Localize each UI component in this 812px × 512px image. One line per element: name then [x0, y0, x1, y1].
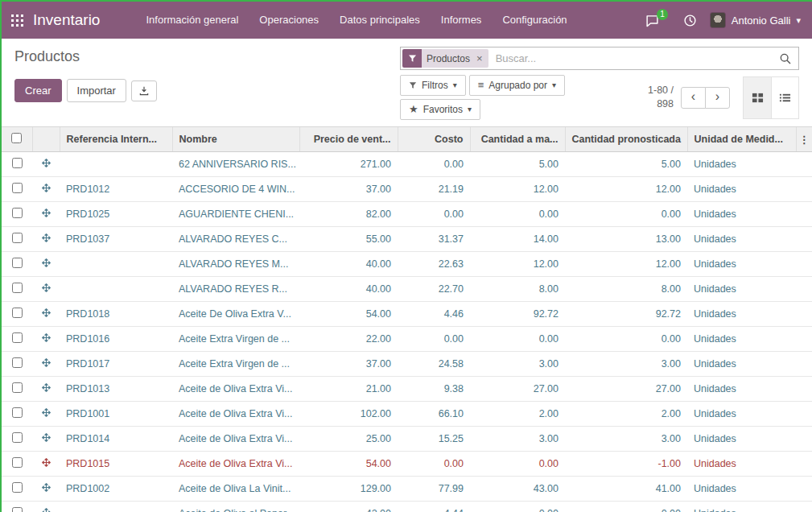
drag-handle[interactable]	[32, 327, 60, 352]
cell-forecast[interactable]: 0.00	[565, 502, 687, 512]
cell-forecast[interactable]: 0.00	[565, 202, 687, 227]
cell-forecast[interactable]: 0.00	[565, 327, 687, 352]
cell-qty-on-hand[interactable]: 12.00	[470, 252, 565, 277]
cell-forecast[interactable]: -1.00	[565, 452, 687, 477]
cell-forecast[interactable]: 27.00	[565, 377, 687, 402]
table-row[interactable]: ALVARADO REYES M... 40.00 22.63 12.00 12…	[2, 252, 812, 277]
favorites-dropdown[interactable]: ★ Favoritos ▾	[400, 99, 480, 120]
create-button[interactable]: Crear	[14, 79, 62, 102]
cell-price[interactable]: 22.00	[299, 327, 398, 352]
cell-reference[interactable]: PRD1025	[60, 202, 172, 227]
column-header-nombre[interactable]: Nombre	[172, 127, 299, 152]
cell-uom[interactable]: Unidades	[687, 177, 796, 202]
cell-reference[interactable]: PRD1001	[60, 402, 172, 427]
cell-cost[interactable]: 21.19	[398, 177, 470, 202]
cell-price[interactable]: 54.00	[299, 452, 398, 477]
table-row[interactable]: PRD1016 Aceite Extra Virgen de ... 22.00…	[2, 327, 812, 352]
menu-item-informes[interactable]: Informes	[431, 2, 493, 39]
cell-cost[interactable]: 77.99	[398, 477, 470, 502]
cell-price[interactable]: 129.00	[299, 477, 398, 502]
cell-cost[interactable]: 9.38	[398, 377, 470, 402]
cell-cost[interactable]: 31.37	[398, 227, 470, 252]
table-row[interactable]: PRD1002 Aceite de Oliva La Vinit... 129.…	[2, 477, 812, 502]
cell-reference[interactable]	[60, 252, 172, 277]
table-row[interactable]: PRD1025 AGUARDIENTE CHENI... 82.00 0.00 …	[2, 202, 812, 227]
drag-handle[interactable]	[32, 277, 60, 302]
cell-forecast[interactable]: 3.00	[565, 427, 687, 452]
cell-reference[interactable]: PRD1037	[60, 227, 172, 252]
cell-name[interactable]: Aceite de Oliva al Peper...	[172, 502, 299, 512]
filters-dropdown[interactable]: Filtros ▾	[400, 75, 466, 96]
search-input[interactable]	[494, 52, 776, 65]
cell-qty-on-hand[interactable]: 5.00	[470, 152, 565, 177]
cell-forecast[interactable]: 8.00	[565, 277, 687, 302]
pager-previous-button[interactable]: ‹	[681, 87, 706, 109]
cell-qty-on-hand[interactable]: 14.00	[470, 227, 565, 252]
cell-name[interactable]: 62 ANNIVERSARIO RIS...	[172, 152, 299, 177]
menu-item-operaciones[interactable]: Operaciones	[249, 2, 329, 39]
facet-remove-button[interactable]: ×	[475, 49, 488, 68]
cell-name[interactable]: ACCESORIO DE 4 WIN...	[172, 177, 299, 202]
table-row[interactable]: ALVARADO REYES R... 40.00 22.70 8.00 8.0…	[2, 277, 812, 302]
drag-handle[interactable]	[32, 152, 60, 177]
cell-uom[interactable]: Unidades	[687, 352, 796, 377]
cell-cost[interactable]: 22.63	[398, 252, 470, 277]
cell-uom[interactable]: Unidades	[687, 327, 796, 352]
cell-qty-on-hand[interactable]: 0.00	[470, 202, 565, 227]
row-checkbox[interactable]	[12, 507, 23, 512]
cell-uom[interactable]: Unidades	[687, 302, 796, 327]
drag-handle[interactable]	[32, 252, 60, 277]
cell-uom[interactable]: Unidades	[687, 277, 796, 302]
cell-cost[interactable]: 24.58	[398, 352, 470, 377]
cell-cost[interactable]: 22.70	[398, 277, 470, 302]
cell-forecast[interactable]: 12.00	[565, 177, 687, 202]
cell-qty-on-hand[interactable]: 3.00	[470, 352, 565, 377]
cell-uom[interactable]: Unidades	[687, 402, 796, 427]
cell-reference[interactable]: PRD1014	[60, 427, 172, 452]
activities-button[interactable]	[683, 14, 697, 27]
cell-qty-on-hand[interactable]: 43.00	[470, 477, 565, 502]
cell-reference[interactable]: PRD1013	[60, 377, 172, 402]
cell-cost[interactable]: 0.00	[398, 152, 470, 177]
cell-uom[interactable]: Unidades	[687, 252, 796, 277]
cell-price[interactable]: 102.00	[299, 402, 398, 427]
cell-qty-on-hand[interactable]: 3.00	[470, 427, 565, 452]
cell-qty-on-hand[interactable]: 0.00	[470, 327, 565, 352]
list-view-button[interactable]	[771, 77, 798, 118]
drag-handle[interactable]	[32, 402, 60, 427]
row-checkbox[interactable]	[12, 382, 23, 393]
cell-reference[interactable]	[60, 152, 172, 177]
column-header-costo[interactable]: Costo	[398, 127, 470, 152]
cell-price[interactable]: 25.00	[299, 427, 398, 452]
optional-columns-button[interactable]: ⋮	[796, 127, 812, 152]
menu-item-datos-principales[interactable]: Datos principales	[329, 2, 431, 39]
cell-name[interactable]: Aceite De Oliva Extra V...	[172, 302, 299, 327]
row-checkbox[interactable]	[12, 158, 23, 168]
menu-item-configuracion[interactable]: Configuración	[492, 2, 577, 39]
drag-handle[interactable]	[32, 352, 60, 377]
cell-cost[interactable]: 66.10	[398, 402, 470, 427]
cell-cost[interactable]: 15.25	[398, 427, 470, 452]
cell-qty-on-hand[interactable]: 2.00	[470, 402, 565, 427]
cell-uom[interactable]: Unidades	[687, 427, 796, 452]
cell-forecast[interactable]: 5.00	[565, 152, 687, 177]
cell-reference[interactable]	[60, 502, 172, 512]
cell-qty-on-hand[interactable]: 92.72	[470, 302, 565, 327]
cell-cost[interactable]: 4.46	[398, 302, 470, 327]
row-checkbox[interactable]	[12, 457, 23, 468]
menu-item-informacion-general[interactable]: Información general	[135, 2, 249, 39]
column-header-unidad-medida[interactable]: Unidad de Medid...	[687, 127, 796, 152]
cell-name[interactable]: AGUARDIENTE CHENI...	[172, 202, 299, 227]
row-checkbox[interactable]	[12, 258, 23, 268]
cell-qty-on-hand[interactable]: 0.00	[470, 452, 565, 477]
cell-price[interactable]: 21.00	[299, 377, 398, 402]
row-checkbox[interactable]	[12, 183, 23, 193]
cell-reference[interactable]: PRD1018	[60, 302, 172, 327]
cell-price[interactable]: 40.00	[299, 252, 398, 277]
drag-handle[interactable]	[32, 477, 60, 502]
drag-handle[interactable]	[32, 427, 60, 452]
search-bar[interactable]: Productos ×	[400, 47, 799, 70]
cell-cost[interactable]: 0.00	[398, 452, 470, 477]
cell-uom[interactable]: Unidades	[687, 502, 796, 512]
cell-cost[interactable]: 0.00	[398, 327, 470, 352]
